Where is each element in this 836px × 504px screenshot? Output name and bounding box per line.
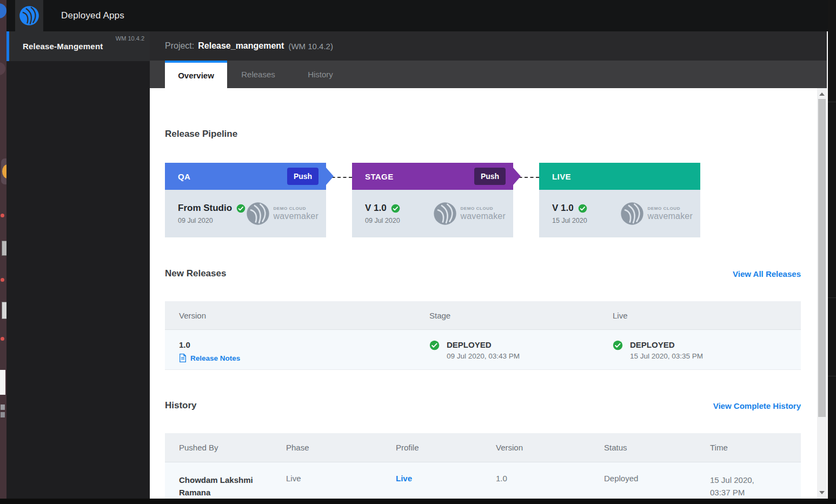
history-profile-link[interactable]: Live (382, 462, 482, 499)
history-pushed-by: Chowdam Lakshmi Ramana (165, 462, 262, 499)
os-dock-strip (0, 0, 6, 499)
app-version-badge: WM 10.4.2 (116, 35, 144, 42)
history-phase: Live (272, 462, 382, 499)
new-releases-title: New Releases (165, 268, 226, 279)
tab-bar: Overview Releases History (150, 61, 827, 88)
history-version: 1.0 (482, 462, 590, 499)
demo-cloud-logo: DEMO CLOUD wavemaker (246, 202, 319, 226)
dock-icon-partial[interactable] (1, 404, 5, 410)
stage-date: 09 Jul 2020 (178, 217, 246, 224)
dock-notification-dot (1, 278, 4, 282)
stage-body-stage: V 1.0 09 Jul 2020 (352, 190, 513, 237)
dock-icon-partial[interactable] (2, 241, 6, 256)
main-panel: Project: Release_mangement (WM 10.4.2) O… (150, 31, 827, 499)
logo-caption: DEMO CLOUD (460, 206, 506, 211)
stage-version: V 1.0 (552, 203, 574, 214)
stage-header-stage: STAGE Push (352, 163, 513, 190)
stage-version: From Studio (178, 203, 232, 214)
push-button-stage[interactable]: Push (474, 168, 506, 185)
wavemaker-wave-icon (620, 202, 644, 226)
history-title: History (165, 400, 197, 411)
tab-releases[interactable]: Releases (227, 61, 289, 88)
stage-header-live: LIVE (539, 163, 700, 190)
document-icon (179, 354, 187, 362)
stage-status-time: 09 Jul 2020, 03:43 PM (447, 352, 520, 360)
new-releases-table-header: Version Stage Live (165, 301, 801, 330)
project-name: Release_mangement (198, 41, 284, 51)
column-header-profile: Profile (382, 433, 482, 462)
demo-cloud-logo: DEMO CLOUD wavemaker (433, 202, 506, 226)
logo-brand: wavemaker (647, 211, 693, 221)
project-version: (WM 10.4.2) (288, 42, 333, 51)
wavemaker-wave-icon (246, 202, 270, 226)
pipeline-stage-qa: QA Push From Studio 09 Jul 2020 (165, 163, 326, 237)
pipeline-stage-stage: STAGE Push V 1.0 09 Jul 2020 (352, 163, 513, 237)
new-releases-row: 1.0 Release Notes DEPLOYED 09 Jul 2020, … (165, 330, 801, 370)
check-icon (391, 204, 400, 213)
new-releases-table: Version Stage Live 1.0 Release Notes (165, 301, 801, 370)
history-status: Deployed (590, 462, 696, 499)
top-bar: Deployed Apps (6, 0, 836, 31)
right-edge-strip (828, 0, 836, 499)
check-icon (613, 340, 623, 350)
column-header-time: Time (696, 433, 801, 462)
vertical-scrollbar[interactable] (817, 88, 827, 499)
history-table-header: Pushed By Phase Profile Version Status T… (165, 433, 801, 462)
stage-name: LIVE (552, 172, 571, 181)
dock-notification-dot (1, 214, 4, 217)
view-all-releases-link[interactable]: View All Releases (733, 269, 801, 278)
project-header: Project: Release_mangement (WM 10.4.2) (150, 31, 827, 61)
column-header-stage: Stage (415, 301, 599, 329)
column-header-version: Version (165, 301, 415, 329)
dock-icon-partial-white[interactable] (0, 370, 5, 395)
stage-body-qa: From Studio 09 Jul 2020 (165, 190, 326, 237)
tab-history[interactable]: History (289, 61, 351, 88)
dock-notification-dot (1, 337, 4, 341)
bottom-edge-bar (0, 499, 836, 504)
sidebar-item-release-mangement[interactable]: WM 10.4.2 Release-Mangement (6, 31, 150, 61)
window-right-edge (827, 31, 828, 499)
dock-icon-partial[interactable] (2, 302, 6, 319)
app-name: Release-Mangement (23, 42, 103, 51)
column-header-pushed-by: Pushed By (165, 433, 272, 462)
stage-body-live: V 1.0 15 Jul 2020 (539, 190, 700, 237)
live-status-time: 15 Jul 2020, 03:35 PM (630, 352, 703, 360)
tab-overview[interactable]: Overview (165, 61, 227, 88)
demo-cloud-logo: DEMO CLOUD wavemaker (620, 202, 693, 226)
check-icon (236, 204, 246, 213)
history-row: Chowdam Lakshmi Ramana Live Live 1.0 Dep… (165, 462, 801, 499)
content-scroll-area: Release Pipeline QA Push From Studio (150, 88, 817, 499)
history-time: 15 Jul 2020, 03:37 PM (696, 462, 785, 499)
stage-date: 09 Jul 2020 (365, 217, 400, 224)
project-label: Project: (165, 41, 194, 51)
stage-header-qa: QA Push (165, 163, 326, 190)
scrollbar-thumb[interactable] (818, 99, 826, 417)
release-pipeline-title: Release Pipeline (165, 129, 817, 140)
stage-arrow-icon (326, 168, 334, 185)
stage-version: V 1.0 (365, 203, 387, 214)
dock-icon-partial[interactable] (1, 412, 5, 417)
live-status: DEPLOYED (630, 340, 703, 349)
check-icon (578, 204, 587, 213)
logo-brand: wavemaker (460, 211, 506, 221)
stage-date: 15 Jul 2020 (552, 217, 587, 224)
stage-status: DEPLOYED (447, 340, 520, 349)
stage-name: QA (178, 172, 190, 181)
release-notes-link[interactable]: Release Notes (179, 354, 415, 362)
dock-icon-partial-top[interactable] (0, 3, 6, 18)
stage-name: STAGE (365, 172, 394, 181)
column-header-status: Status (590, 433, 696, 462)
scroll-up-icon[interactable] (819, 92, 825, 96)
column-header-version: Version (482, 433, 590, 462)
column-header-phase: Phase (272, 433, 382, 462)
wavemaker-logo[interactable] (15, 0, 43, 31)
column-header-live: Live (599, 301, 801, 329)
view-complete-history-link[interactable]: View Complete History (713, 401, 801, 410)
history-table: Pushed By Phase Profile Version Status T… (165, 433, 801, 499)
push-button-qa[interactable]: Push (287, 168, 319, 185)
sidebar: WM 10.4.2 Release-Mangement (6, 31, 150, 499)
release-pipeline: QA Push From Studio 09 Jul 2020 (165, 163, 817, 237)
scroll-down-icon[interactable] (819, 491, 825, 494)
dock-icon-partial[interactable] (0, 62, 5, 75)
logo-brand: wavemaker (273, 211, 319, 221)
